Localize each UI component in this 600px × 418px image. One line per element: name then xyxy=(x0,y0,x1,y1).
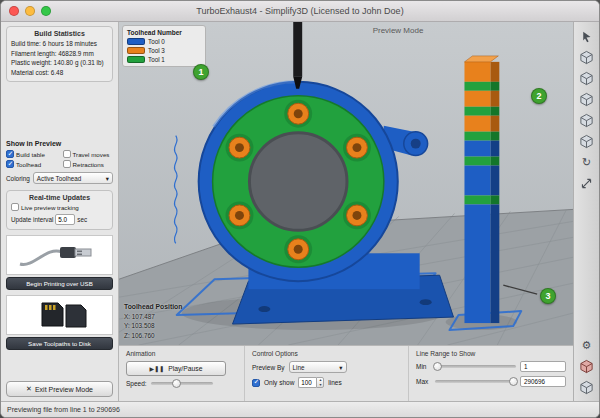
toolhead-position-title: Toolhead Position xyxy=(124,303,182,310)
lines-unit-label: lines xyxy=(328,379,341,386)
only-show-lines-input[interactable] xyxy=(298,377,316,388)
min-line-value[interactable]: 1 xyxy=(520,361,566,372)
toolhead-checkbox[interactable] xyxy=(6,160,14,168)
stepper-arrows[interactable]: ▲ ▼ xyxy=(316,377,324,388)
usb-cable-image xyxy=(6,235,113,275)
speed-slider[interactable] xyxy=(151,382,213,385)
toolhead-nozzle xyxy=(293,22,302,89)
exit-preview-mode-button[interactable]: ✕ Exit Preview Mode xyxy=(6,381,113,397)
app-window: TurboExhaust4 - Simplify3D (Licensed to … xyxy=(0,0,600,418)
title-bar: TurboExhaust4 - Simplify3D (Licensed to … xyxy=(1,1,599,22)
annotation-badge-3: 3 xyxy=(540,288,556,304)
cross-section-icon[interactable] xyxy=(578,358,596,374)
build-statistics-title: Build Statistics xyxy=(11,30,108,37)
control-options-group: Control Options Preview By Line ▾ Only s… xyxy=(245,346,409,401)
speed-slider-knob[interactable] xyxy=(172,379,181,388)
perspective-view-icon[interactable] xyxy=(578,133,596,149)
begin-printing-usb-button[interactable]: Begin Printing over USB xyxy=(6,277,113,290)
minimize-button[interactable] xyxy=(25,6,35,16)
chevron-down-icon: ▾ xyxy=(339,364,342,371)
window-title: TurboExhaust4 - Simplify3D (Licensed to … xyxy=(1,6,599,16)
preview-sidebar: Build Statistics Build time: 6 hours 18 … xyxy=(1,22,119,401)
3d-preview-viewport[interactable]: Toolhead Number Tool 0 Tool 3 Tool 1 Pre… xyxy=(119,22,573,345)
checkbox-travel-moves[interactable]: Travel moves xyxy=(63,150,113,158)
annotation-badge-1: 1 xyxy=(193,64,209,80)
retractions-checkbox[interactable] xyxy=(63,160,71,168)
legend-item-tool1: Tool 1 xyxy=(127,56,201,63)
top-view-icon[interactable] xyxy=(578,70,596,86)
preview-mode-label: Preview Mode xyxy=(373,26,424,35)
scale-model-icon[interactable] xyxy=(578,175,596,191)
checkbox-build-table[interactable]: Build table xyxy=(6,150,61,158)
front-view-icon[interactable] xyxy=(578,91,596,107)
tool3-label: Tool 3 xyxy=(148,47,165,54)
only-show-lines-stepper[interactable]: ▲ ▼ xyxy=(298,377,324,388)
min-line-slider[interactable] xyxy=(435,365,516,368)
status-bar: Previewing file from line 1 to 290696 xyxy=(1,401,599,417)
toolhead-label: Toolhead xyxy=(16,161,41,168)
save-toolpaths-button[interactable]: Save Toolpaths to Disk xyxy=(6,337,113,350)
exit-preview-label: Exit Preview Mode xyxy=(35,386,93,393)
3d-scene xyxy=(119,22,573,345)
chevron-down-icon: ▾ xyxy=(106,175,109,182)
only-show-checkbox[interactable] xyxy=(252,379,260,387)
preview-by-dropdown[interactable]: Line ▾ xyxy=(289,361,347,373)
preview-controls-bar: Animation ▶❚❚ Play/Pause Speed: Control … xyxy=(119,345,573,401)
play-pause-icon: ▶❚❚ xyxy=(149,365,164,372)
striped-tower-model xyxy=(464,56,499,323)
side-view-icon[interactable] xyxy=(578,112,596,128)
default-view-icon[interactable] xyxy=(578,49,596,65)
status-text: Previewing file from line 1 to 290696 xyxy=(7,406,120,413)
preview-by-label: Preview By xyxy=(252,364,285,371)
build-table-checkbox[interactable] xyxy=(6,150,14,158)
toolhead-y: Y: 103.508 xyxy=(124,322,155,329)
min-slider-knob[interactable] xyxy=(433,362,442,371)
line-range-group: Line Range to Show Min 1 Max 290696 xyxy=(409,346,573,401)
legend-item-tool3: Tool 3 xyxy=(127,47,201,54)
stepper-down-icon[interactable]: ▼ xyxy=(317,383,323,388)
cursor-tool-icon[interactable] xyxy=(578,28,596,44)
toolhead-z: Z: 106.760 xyxy=(124,332,155,339)
realtime-updates-title: Real-time Updates xyxy=(11,194,108,201)
update-interval-unit: sec xyxy=(77,216,87,223)
only-show-label: Only show xyxy=(264,379,294,386)
max-line-value[interactable]: 290696 xyxy=(520,376,566,387)
checkbox-toolhead[interactable]: Toolhead xyxy=(6,160,61,168)
legend-title: Toolhead Number xyxy=(127,29,201,36)
view-toolbar: ↻ ⚙ xyxy=(573,22,599,401)
close-button[interactable] xyxy=(9,6,19,16)
toolhead-number-legend: Toolhead Number Tool 0 Tool 3 Tool 1 xyxy=(122,25,206,67)
zoom-button[interactable] xyxy=(41,6,51,16)
line-range-title: Line Range to Show xyxy=(416,350,566,357)
control-options-title: Control Options xyxy=(252,350,401,357)
checkbox-retractions[interactable]: Retractions xyxy=(63,160,113,168)
travel-moves-label: Travel moves xyxy=(73,151,110,158)
play-pause-button[interactable]: ▶❚❚ Play/Pause xyxy=(126,361,226,376)
legend-item-tool0: Tool 0 xyxy=(127,38,201,45)
settings-gear-icon[interactable]: ⚙ xyxy=(578,337,596,353)
update-interval-label: Update interval xyxy=(11,216,53,223)
update-interval-input[interactable] xyxy=(55,214,75,225)
play-pause-label: Play/Pause xyxy=(168,365,202,372)
max-slider-knob[interactable] xyxy=(509,377,518,386)
show-in-preview-section: Show in Preview Build table Travel moves… xyxy=(6,138,113,184)
rotate-view-icon[interactable]: ↻ xyxy=(578,154,596,170)
coloring-dropdown[interactable]: Active Toolhead ▾ xyxy=(33,172,113,184)
animation-group: Animation ▶❚❚ Play/Pause Speed: xyxy=(119,346,245,401)
tool0-label: Tool 0 xyxy=(148,38,165,45)
speed-label: Speed: xyxy=(126,380,147,387)
realtime-updates-panel: Real-time Updates Live preview tracking … xyxy=(6,190,113,230)
min-label: Min xyxy=(416,363,431,370)
max-label: Max xyxy=(416,378,431,385)
coloring-label: Coloring xyxy=(6,175,30,182)
live-preview-checkbox[interactable] xyxy=(11,203,19,211)
filament-length-stat: Filament length: 46828.9 mm xyxy=(11,49,108,59)
plastic-weight-stat: Plastic weight: 140.80 g (0.31 lb) xyxy=(11,58,108,68)
max-line-slider[interactable] xyxy=(435,380,516,383)
checkbox-live-preview-tracking[interactable]: Live preview tracking xyxy=(11,203,108,211)
show-in-preview-title: Show in Preview xyxy=(6,140,113,147)
build-time-stat: Build time: 6 hours 18 minutes xyxy=(11,39,108,49)
machine-control-icon[interactable] xyxy=(578,379,596,395)
retractions-label: Retractions xyxy=(73,161,104,168)
travel-moves-checkbox[interactable] xyxy=(63,150,71,158)
